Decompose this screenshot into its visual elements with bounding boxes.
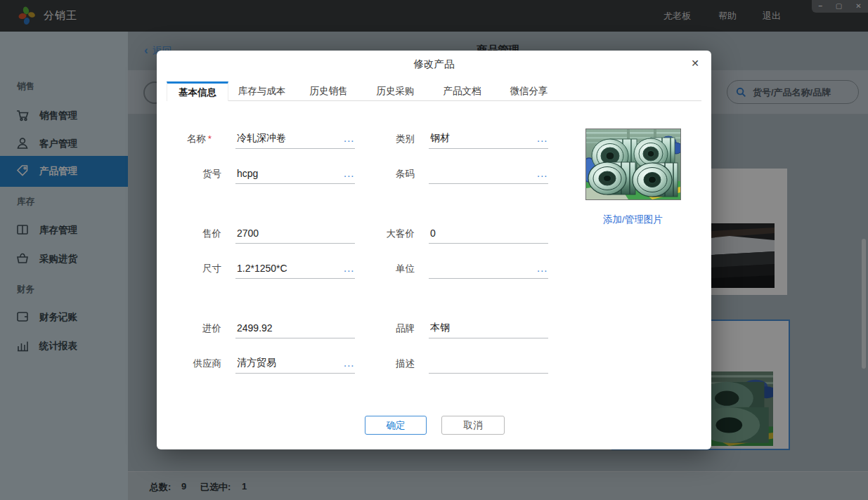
tab-inventory-cost[interactable]: 库存与成本 xyxy=(228,81,295,101)
supplier-label: 供应商 xyxy=(157,357,221,370)
cancel-button[interactable]: 取消 xyxy=(441,416,505,435)
brand-field xyxy=(429,318,548,338)
tab-product-documents[interactable]: 产品文档 xyxy=(429,81,495,101)
unit-field: ··· xyxy=(429,258,548,279)
supplier-field: ··· xyxy=(235,353,355,374)
category-input[interactable] xyxy=(429,129,551,148)
form-row: 尺寸 ··· 单位 ··· xyxy=(157,258,711,279)
product-image-thumbnail[interactable] xyxy=(585,129,681,200)
barcode-input[interactable] xyxy=(429,164,551,183)
size-more-icon[interactable]: ··· xyxy=(344,268,356,275)
unit-more-icon[interactable]: ··· xyxy=(538,268,549,275)
supplier-input[interactable] xyxy=(235,353,358,373)
name-more-icon[interactable]: ··· xyxy=(344,138,356,145)
barcode-label: 条码 xyxy=(361,168,415,180)
brand-input[interactable] xyxy=(429,318,551,338)
tab-wechat-share[interactable]: 微信分享 xyxy=(495,81,562,101)
cost-label: 进价 xyxy=(157,322,221,335)
item-no-input[interactable] xyxy=(235,164,358,183)
edit-product-dialog: 修改产品 ✕ 基本信息 库存与成本 历史销售 历史采购 产品文档 微信分享 名称… xyxy=(157,51,711,449)
size-field: ··· xyxy=(235,258,355,279)
barcode-field: ··· xyxy=(429,164,548,184)
unit-input[interactable] xyxy=(429,258,551,278)
dialog-title: 修改产品 xyxy=(157,58,711,71)
cost-input[interactable] xyxy=(235,318,358,338)
size-input[interactable] xyxy=(235,258,358,278)
tab-purchase-history[interactable]: 历史采购 xyxy=(362,81,429,101)
vip-price-label: 大客价 xyxy=(361,228,415,240)
name-label: 名称* xyxy=(157,133,212,145)
steel-coils-image xyxy=(586,129,680,199)
name-field: ··· xyxy=(235,129,355,149)
category-field: ··· xyxy=(429,129,548,149)
price-input[interactable] xyxy=(235,223,358,243)
name-input[interactable] xyxy=(235,129,358,148)
description-field xyxy=(429,353,548,374)
item-no-field: ··· xyxy=(235,164,355,184)
dialog-tabbar: 基本信息 库存与成本 历史销售 历史采购 产品文档 微信分享 xyxy=(167,81,701,101)
barcode-more-icon[interactable]: ··· xyxy=(538,173,549,180)
form-row: 售价 大客价 xyxy=(157,223,711,244)
category-label: 类别 xyxy=(361,133,415,145)
vip-price-field xyxy=(429,223,548,244)
price-label: 售价 xyxy=(157,228,221,240)
vip-price-input[interactable] xyxy=(429,223,551,243)
item-no-label: 货号 xyxy=(157,168,221,180)
tabbar-filler xyxy=(562,81,701,101)
item-no-more-icon[interactable]: ··· xyxy=(344,173,356,180)
close-icon[interactable]: ✕ xyxy=(689,57,701,70)
brand-label: 品牌 xyxy=(361,322,415,335)
category-more-icon[interactable]: ··· xyxy=(538,138,549,145)
required-mark: * xyxy=(208,133,212,144)
ok-button[interactable]: 确定 xyxy=(365,416,427,435)
unit-label: 单位 xyxy=(361,263,415,275)
description-label: 描述 xyxy=(361,357,415,370)
size-label: 尺寸 xyxy=(157,263,221,275)
form-row: 进价 品牌 xyxy=(157,318,711,339)
form-row: 供应商 ··· 描述 xyxy=(157,353,711,374)
cost-field xyxy=(235,318,355,338)
tab-basic-info[interactable]: 基本信息 xyxy=(167,81,228,101)
description-input[interactable] xyxy=(429,353,551,373)
tab-sales-history[interactable]: 历史销售 xyxy=(295,81,362,101)
price-field xyxy=(235,223,355,244)
add-manage-images-link[interactable]: 添加/管理图片 xyxy=(547,213,719,226)
supplier-more-icon[interactable]: ··· xyxy=(344,362,356,369)
